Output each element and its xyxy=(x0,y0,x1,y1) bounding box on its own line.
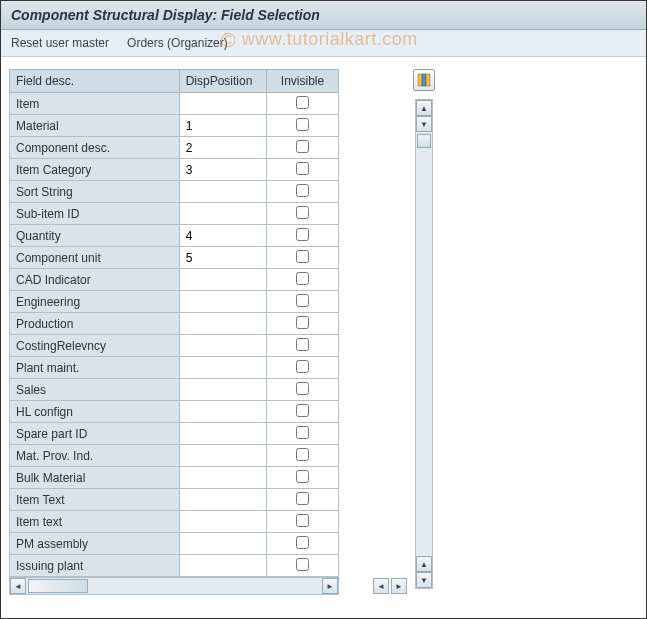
field-label-cell[interactable]: Spare part ID xyxy=(10,423,180,445)
disp-position-cell[interactable] xyxy=(179,511,266,533)
field-selection-table: Field desc. DispPosition Invisible ItemM… xyxy=(9,69,339,577)
table-row: Mat. Prov. Ind. xyxy=(10,445,339,467)
vscroll-track[interactable] xyxy=(416,132,432,556)
table-settings-button[interactable] xyxy=(413,69,435,91)
disp-position-cell[interactable] xyxy=(179,357,266,379)
invisible-checkbox[interactable] xyxy=(296,96,309,109)
disp-position-cell[interactable] xyxy=(179,555,266,577)
col-header-disp-position[interactable]: DispPosition xyxy=(179,70,266,93)
invisible-checkbox[interactable] xyxy=(296,140,309,153)
disp-position-cell[interactable]: 1 xyxy=(179,115,266,137)
disp-position-cell[interactable] xyxy=(179,423,266,445)
invisible-cell xyxy=(267,137,339,159)
scroll-left-icon[interactable]: ◄ xyxy=(10,578,26,594)
disp-position-cell[interactable]: 4 xyxy=(179,225,266,247)
invisible-checkbox[interactable] xyxy=(296,492,309,505)
disp-position-cell[interactable] xyxy=(179,291,266,313)
field-label-cell[interactable]: Material xyxy=(10,115,180,137)
field-label-cell[interactable]: Component unit xyxy=(10,247,180,269)
horizontal-scrollbar[interactable]: ◄ ► xyxy=(9,577,339,595)
invisible-checkbox[interactable] xyxy=(296,514,309,527)
invisible-checkbox[interactable] xyxy=(296,448,309,461)
nav-prev-icon[interactable]: ◄ xyxy=(373,578,389,594)
vertical-scrollbar[interactable]: ▲ ▼ ▲ ▼ xyxy=(415,99,433,589)
field-label-cell[interactable]: Item xyxy=(10,93,180,115)
field-label-cell[interactable]: Item text xyxy=(10,511,180,533)
invisible-checkbox[interactable] xyxy=(296,184,309,197)
field-label-cell[interactable]: Sort String xyxy=(10,181,180,203)
field-label-cell[interactable]: HL confign xyxy=(10,401,180,423)
disp-position-cell[interactable] xyxy=(179,401,266,423)
hscroll-track[interactable] xyxy=(26,578,322,594)
table-row: PM assembly xyxy=(10,533,339,555)
field-label-cell[interactable]: Item Category xyxy=(10,159,180,181)
invisible-cell xyxy=(267,93,339,115)
field-label-cell[interactable]: Component desc. xyxy=(10,137,180,159)
invisible-checkbox[interactable] xyxy=(296,536,309,549)
disp-position-cell[interactable] xyxy=(179,313,266,335)
disp-position-cell[interactable] xyxy=(179,489,266,511)
invisible-checkbox[interactable] xyxy=(296,404,309,417)
invisible-checkbox[interactable] xyxy=(296,206,309,219)
invisible-cell xyxy=(267,203,339,225)
disp-position-cell[interactable] xyxy=(179,269,266,291)
disp-position-cell[interactable] xyxy=(179,533,266,555)
invisible-checkbox[interactable] xyxy=(296,426,309,439)
field-label-cell[interactable]: Sales xyxy=(10,379,180,401)
field-label-cell[interactable]: Item Text xyxy=(10,489,180,511)
vscroll-thumb[interactable] xyxy=(417,134,431,148)
reset-user-master-button[interactable]: Reset user master xyxy=(11,36,109,50)
invisible-checkbox[interactable] xyxy=(296,228,309,241)
field-label-cell[interactable]: Issuing plant xyxy=(10,555,180,577)
scroll-down-icon[interactable]: ▼ xyxy=(416,116,432,132)
scroll-up-bottom-icon[interactable]: ▲ xyxy=(416,556,432,572)
invisible-checkbox[interactable] xyxy=(296,470,309,483)
disp-position-cell[interactable]: 5 xyxy=(179,247,266,269)
invisible-checkbox[interactable] xyxy=(296,250,309,263)
invisible-checkbox[interactable] xyxy=(296,316,309,329)
disp-position-cell[interactable] xyxy=(179,379,266,401)
table-row: Spare part ID xyxy=(10,423,339,445)
hscroll-thumb[interactable] xyxy=(28,579,88,593)
field-label-cell[interactable]: Engineering xyxy=(10,291,180,313)
field-label-cell[interactable]: PM assembly xyxy=(10,533,180,555)
field-label-cell[interactable]: Sub-item ID xyxy=(10,203,180,225)
disp-position-cell[interactable] xyxy=(179,203,266,225)
invisible-checkbox[interactable] xyxy=(296,338,309,351)
invisible-checkbox[interactable] xyxy=(296,162,309,175)
disp-position-cell[interactable] xyxy=(179,445,266,467)
col-header-invisible[interactable]: Invisible xyxy=(267,70,339,93)
svg-rect-2 xyxy=(426,74,430,86)
invisible-checkbox[interactable] xyxy=(296,272,309,285)
disp-position-cell[interactable] xyxy=(179,93,266,115)
scroll-right-icon[interactable]: ► xyxy=(322,578,338,594)
disp-position-cell[interactable] xyxy=(179,335,266,357)
disp-position-cell[interactable]: 3 xyxy=(179,159,266,181)
field-label-cell[interactable]: CAD Indicator xyxy=(10,269,180,291)
invisible-cell xyxy=(267,247,339,269)
table-row: Component desc.2 xyxy=(10,137,339,159)
disp-position-cell[interactable]: 2 xyxy=(179,137,266,159)
table-row: Production xyxy=(10,313,339,335)
field-label-cell[interactable]: Quantity xyxy=(10,225,180,247)
invisible-checkbox[interactable] xyxy=(296,382,309,395)
invisible-cell xyxy=(267,401,339,423)
invisible-checkbox[interactable] xyxy=(296,558,309,571)
field-label-cell[interactable]: Production xyxy=(10,313,180,335)
scroll-down-bottom-icon[interactable]: ▼ xyxy=(416,572,432,588)
disp-position-cell[interactable] xyxy=(179,467,266,489)
invisible-checkbox[interactable] xyxy=(296,294,309,307)
field-label-cell[interactable]: Plant maint. xyxy=(10,357,180,379)
scroll-up-icon[interactable]: ▲ xyxy=(416,100,432,116)
invisible-checkbox[interactable] xyxy=(296,360,309,373)
invisible-cell xyxy=(267,313,339,335)
field-label-cell[interactable]: Bulk Material xyxy=(10,467,180,489)
col-header-field-desc[interactable]: Field desc. xyxy=(10,70,180,93)
orders-organizer-button[interactable]: Orders (Organizer) xyxy=(127,36,228,50)
field-label-cell[interactable]: CostingRelevncy xyxy=(10,335,180,357)
disp-position-cell[interactable] xyxy=(179,181,266,203)
title-bar: Component Structural Display: Field Sele… xyxy=(1,1,646,30)
invisible-checkbox[interactable] xyxy=(296,118,309,131)
nav-next-icon[interactable]: ► xyxy=(391,578,407,594)
field-label-cell[interactable]: Mat. Prov. Ind. xyxy=(10,445,180,467)
